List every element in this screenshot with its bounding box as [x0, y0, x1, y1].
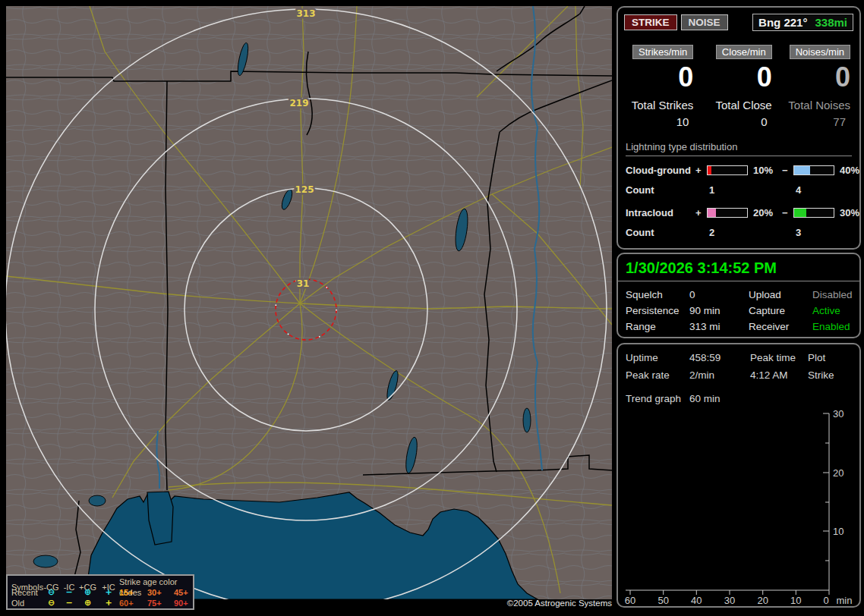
legend-old-label: Old: [11, 598, 42, 608]
total-noises-label: Total Noises: [783, 99, 850, 112]
x-tick-20: 20: [757, 595, 768, 606]
strike-toggle-button[interactable]: STRIKE: [624, 14, 677, 30]
ring-label-219: 219: [289, 98, 308, 108]
cg-positive-bar-fill: [708, 166, 711, 174]
noises-rate-value: 0: [783, 61, 850, 94]
recent-neg-cg-icon: ⊖: [42, 587, 61, 598]
distribution-title: Lightning type distribution: [626, 141, 852, 156]
datetime-display: 1/30/2026 3:14:52 PM: [618, 254, 859, 281]
symbol-legend: Symbols -CG -IC +CG +IC Strike age color…: [6, 574, 194, 610]
peak-rate-label: Peak rate: [626, 369, 689, 381]
x-tick-30: 30: [724, 595, 735, 606]
age-75: 75+: [147, 598, 174, 608]
plot-value: Strike: [808, 369, 852, 381]
y-tick-10: 10: [833, 526, 844, 537]
y-tick-30: 30: [833, 408, 844, 420]
ring-label-313: 313: [296, 8, 315, 19]
strike-stats-panel: STRIKE NOISE Bng 221° 338mi Strikes/min …: [616, 6, 861, 250]
capture-label: Capture: [749, 305, 812, 316]
old-pos-cg-icon: ⊕: [77, 598, 98, 608]
receiver-status: Enabled: [812, 321, 853, 332]
total-close-value: 0: [704, 115, 771, 128]
capture-status: Active: [812, 305, 853, 316]
x-tick-0: 0: [823, 595, 828, 606]
ic-positive-bar: [707, 208, 748, 218]
y-tick-20: 20: [833, 467, 844, 479]
total-strikes-label: Total Strikes: [626, 99, 693, 112]
recent-pos-ic-icon: +: [98, 587, 119, 598]
strikes-rate-value: 0: [626, 61, 693, 94]
map-graphics: 313 219 125 31: [6, 6, 612, 599]
x-tick-60: 60: [625, 595, 635, 606]
peak-time-header: Peak time: [750, 352, 808, 363]
ring-label-31: 31: [297, 278, 310, 289]
graph-axes: [626, 413, 829, 595]
trend-graph-label: Trend graph: [626, 393, 689, 404]
recent-neg-ic-icon: −: [61, 587, 77, 598]
trend-graph-value: 60 min: [689, 393, 852, 404]
ic-negative-bar: [793, 208, 834, 218]
copyright-text: ©2005 Astrogenic Systems: [493, 599, 612, 608]
negative-sign: −: [782, 165, 793, 176]
ic-negative-bar-fill: [794, 209, 806, 217]
plot-header: Plot: [808, 352, 852, 363]
squelch-value: 0: [689, 289, 749, 300]
persistence-label: Persistence: [626, 305, 689, 316]
cg-negative-count: 4: [793, 184, 836, 196]
status-panel: 1/30/2026 3:14:52 PM Squelch 0 Upload Di…: [616, 253, 861, 338]
uptime-value: 458:59: [689, 352, 750, 363]
ic-negative-count: 3: [793, 227, 836, 238]
x-axis-unit: min: [837, 595, 853, 606]
total-noises-value: 77: [783, 115, 850, 128]
strikes-per-min-button[interactable]: Strikes/min: [632, 45, 693, 59]
intracloud-count-row: Count 2 3: [626, 227, 852, 238]
trend-panel: Uptime 458:59 Peak time Plot Peak rate 2…: [616, 343, 861, 608]
cg-negative-bar: [793, 165, 834, 175]
legend-old-row: Old ⊖ − ⊕ + 60+ 75+ 90+: [11, 598, 193, 608]
map-canvas[interactable]: 313 219 125 31: [6, 6, 612, 599]
x-tick-50: 50: [657, 595, 668, 606]
close-column: Close/min 0 Total Close 0: [704, 45, 771, 128]
total-close-label: Total Close: [704, 99, 771, 112]
age-30: 30+: [147, 587, 174, 598]
close-rate-value: 0: [704, 61, 771, 94]
receiver-label: Receiver: [749, 321, 812, 332]
age-45: 45+: [174, 587, 193, 598]
positive-sign: +: [695, 207, 707, 218]
peak-time-value: 4:12 AM: [750, 369, 808, 381]
cloud-ground-label: Cloud-ground: [626, 165, 695, 176]
old-pos-ic-icon: +: [98, 598, 119, 608]
cloud-ground-row: Cloud-ground + 10% − 40%: [626, 165, 852, 176]
intracloud-row: Intracloud + 20% − 30%: [626, 207, 852, 218]
settings-grid: Squelch 0 Upload Disabled Persistence 90…: [618, 281, 859, 332]
noises-column: Noises/min 0 Total Noises 77: [783, 45, 850, 128]
cg-positive-count: 1: [707, 184, 749, 196]
negative-sign: −: [782, 207, 793, 218]
bearing-distance: 338mi: [815, 16, 847, 29]
count-label: Count: [626, 184, 695, 196]
noises-per-min-button[interactable]: Noises/min: [790, 45, 850, 59]
uptime-label: Uptime: [626, 352, 689, 363]
legend-header-row: Symbols -CG -IC +CG +IC Strike age color…: [11, 577, 193, 587]
close-per-min-button[interactable]: Close/min: [716, 45, 772, 59]
cg-positive-bar: [707, 165, 748, 175]
cg-negative-percent: 40%: [836, 165, 864, 176]
x-tick-40: 40: [691, 595, 702, 606]
noise-toggle-button[interactable]: NOISE: [681, 14, 728, 30]
age-60: 60+: [119, 598, 147, 608]
uptime-grid: Uptime 458:59 Peak time Plot Peak rate 2…: [618, 344, 859, 381]
positive-sign: +: [695, 165, 707, 176]
old-neg-cg-icon: ⊖: [42, 598, 61, 608]
persistence-value: 90 min: [689, 305, 749, 316]
count-label: Count: [626, 227, 695, 238]
rate-counters: Strikes/min 0 Total Strikes 10 Close/min…: [618, 45, 859, 128]
legend-recent-label: Recent: [11, 587, 42, 598]
squelch-label: Squelch: [626, 289, 689, 300]
old-neg-ic-icon: −: [61, 598, 77, 608]
bearing-readout: Bng 221° 338mi: [752, 14, 853, 31]
trend-graph-plot: 30 20 10 60 50 40 30 20 10 0 min: [620, 408, 858, 607]
range-label: Range: [626, 321, 689, 332]
total-strikes-value: 10: [626, 115, 693, 128]
age-90: 90+: [174, 598, 193, 608]
app-window: 313 219 125 31 ©2005 Astrogenic Systems …: [0, 0, 864, 616]
